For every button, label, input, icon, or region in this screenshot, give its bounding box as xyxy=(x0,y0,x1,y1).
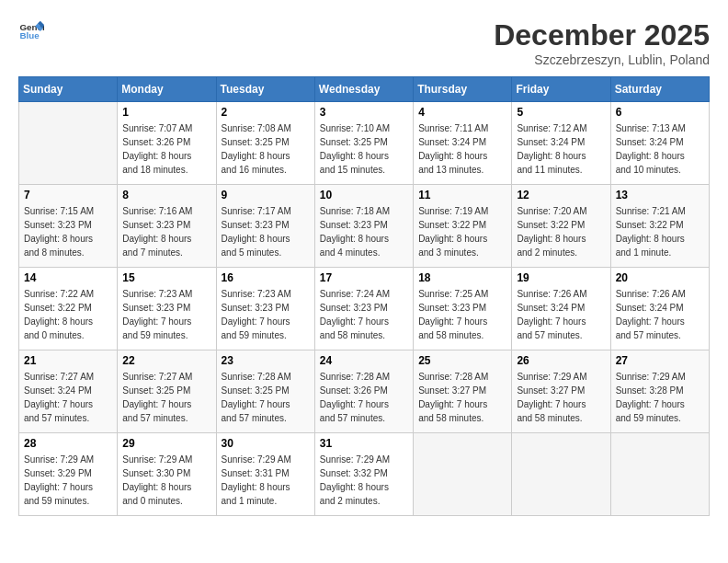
calendar-cell: 18Sunrise: 7:25 AM Sunset: 3:23 PM Dayli… xyxy=(414,268,512,350)
calendar-cell: 22Sunrise: 7:27 AM Sunset: 3:25 PM Dayli… xyxy=(118,350,216,433)
day-info: Sunrise: 7:19 AM Sunset: 3:22 PM Dayligh… xyxy=(418,204,506,259)
day-info: Sunrise: 7:22 AM Sunset: 3:22 PM Dayligh… xyxy=(24,287,112,342)
title-block: December 2025 Szczebrzeszyn, Lublin, Pol… xyxy=(494,18,710,67)
day-number: 8 xyxy=(122,189,210,201)
calendar-cell xyxy=(414,433,512,516)
calendar-cell: 2Sunrise: 7:08 AM Sunset: 3:25 PM Daylig… xyxy=(216,102,314,185)
calendar-header-monday: Monday xyxy=(118,77,216,102)
day-info: Sunrise: 7:29 AM Sunset: 3:31 PM Dayligh… xyxy=(222,453,310,508)
day-info: Sunrise: 7:28 AM Sunset: 3:26 PM Dayligh… xyxy=(320,370,408,425)
day-number: 29 xyxy=(122,437,210,450)
calendar-cell: 10Sunrise: 7:18 AM Sunset: 3:23 PM Dayli… xyxy=(314,185,413,268)
calendar-cell: 23Sunrise: 7:28 AM Sunset: 3:25 PM Dayli… xyxy=(216,350,314,433)
calendar-cell xyxy=(512,433,610,516)
day-info: Sunrise: 7:29 AM Sunset: 3:29 PM Dayligh… xyxy=(24,453,112,508)
month-title: December 2025 xyxy=(494,18,710,52)
day-number: 3 xyxy=(320,106,408,119)
svg-text:Blue: Blue xyxy=(19,30,40,40)
calendar-header-tuesday: Tuesday xyxy=(216,77,314,102)
day-number: 28 xyxy=(24,437,112,450)
day-number: 27 xyxy=(616,354,704,367)
calendar-header-saturday: Saturday xyxy=(610,77,709,102)
day-number: 30 xyxy=(222,437,310,450)
calendar-cell: 6Sunrise: 7:13 AM Sunset: 3:24 PM Daylig… xyxy=(610,102,709,185)
day-number: 26 xyxy=(517,354,605,367)
calendar-cell: 12Sunrise: 7:20 AM Sunset: 3:22 PM Dayli… xyxy=(512,185,610,268)
day-info: Sunrise: 7:27 AM Sunset: 3:25 PM Dayligh… xyxy=(122,370,210,425)
day-info: Sunrise: 7:18 AM Sunset: 3:23 PM Dayligh… xyxy=(320,204,408,259)
calendar-header-thursday: Thursday xyxy=(414,77,512,102)
calendar-cell: 16Sunrise: 7:23 AM Sunset: 3:23 PM Dayli… xyxy=(216,268,314,350)
day-number: 16 xyxy=(222,271,310,284)
day-info: Sunrise: 7:27 AM Sunset: 3:24 PM Dayligh… xyxy=(24,370,112,425)
calendar-cell: 27Sunrise: 7:29 AM Sunset: 3:28 PM Dayli… xyxy=(610,350,709,433)
calendar-cell: 24Sunrise: 7:28 AM Sunset: 3:26 PM Dayli… xyxy=(314,350,413,433)
day-info: Sunrise: 7:15 AM Sunset: 3:23 PM Dayligh… xyxy=(24,204,112,259)
page-header: General Blue December 2025 Szczebrzeszyn… xyxy=(18,18,710,67)
day-info: Sunrise: 7:21 AM Sunset: 3:22 PM Dayligh… xyxy=(616,204,704,259)
day-info: Sunrise: 7:26 AM Sunset: 3:24 PM Dayligh… xyxy=(616,287,704,342)
calendar-cell: 14Sunrise: 7:22 AM Sunset: 3:22 PM Dayli… xyxy=(19,268,118,350)
calendar-cell: 28Sunrise: 7:29 AM Sunset: 3:29 PM Dayli… xyxy=(19,433,118,516)
day-number: 18 xyxy=(418,271,506,284)
day-number: 21 xyxy=(24,354,112,367)
day-number: 6 xyxy=(616,106,704,119)
day-number: 7 xyxy=(24,189,112,201)
day-number: 11 xyxy=(418,189,506,201)
day-info: Sunrise: 7:29 AM Sunset: 3:32 PM Dayligh… xyxy=(320,453,408,508)
day-info: Sunrise: 7:24 AM Sunset: 3:23 PM Dayligh… xyxy=(320,287,408,342)
calendar-header-row: SundayMondayTuesdayWednesdayThursdayFrid… xyxy=(19,77,710,102)
calendar-week-row: 1Sunrise: 7:07 AM Sunset: 3:26 PM Daylig… xyxy=(19,102,710,185)
day-number: 22 xyxy=(122,354,210,367)
day-info: Sunrise: 7:07 AM Sunset: 3:26 PM Dayligh… xyxy=(122,121,210,177)
day-number: 13 xyxy=(616,189,704,201)
calendar-header-sunday: Sunday xyxy=(19,77,118,102)
day-info: Sunrise: 7:16 AM Sunset: 3:23 PM Dayligh… xyxy=(122,204,210,259)
day-number: 5 xyxy=(517,106,605,119)
day-number: 9 xyxy=(222,189,310,201)
calendar-cell: 9Sunrise: 7:17 AM Sunset: 3:23 PM Daylig… xyxy=(216,185,314,268)
day-number: 2 xyxy=(222,106,310,119)
day-number: 19 xyxy=(517,271,605,284)
calendar-cell: 11Sunrise: 7:19 AM Sunset: 3:22 PM Dayli… xyxy=(414,185,512,268)
calendar-cell: 15Sunrise: 7:23 AM Sunset: 3:23 PM Dayli… xyxy=(118,268,216,350)
calendar-header-wednesday: Wednesday xyxy=(314,77,413,102)
calendar-cell xyxy=(610,433,709,516)
logo: General Blue xyxy=(18,18,44,44)
day-info: Sunrise: 7:26 AM Sunset: 3:24 PM Dayligh… xyxy=(517,287,605,342)
day-info: Sunrise: 7:28 AM Sunset: 3:25 PM Dayligh… xyxy=(222,370,310,425)
calendar-cell: 25Sunrise: 7:28 AM Sunset: 3:27 PM Dayli… xyxy=(414,350,512,433)
calendar-cell: 29Sunrise: 7:29 AM Sunset: 3:30 PM Dayli… xyxy=(118,433,216,516)
calendar-cell xyxy=(19,102,118,185)
day-number: 4 xyxy=(418,106,506,119)
calendar-cell: 8Sunrise: 7:16 AM Sunset: 3:23 PM Daylig… xyxy=(118,185,216,268)
calendar-cell: 1Sunrise: 7:07 AM Sunset: 3:26 PM Daylig… xyxy=(118,102,216,185)
day-number: 23 xyxy=(222,354,310,367)
day-number: 1 xyxy=(122,106,210,119)
calendar-table: SundayMondayTuesdayWednesdayThursdayFrid… xyxy=(18,76,710,516)
day-number: 12 xyxy=(517,189,605,201)
calendar-cell: 17Sunrise: 7:24 AM Sunset: 3:23 PM Dayli… xyxy=(314,268,413,350)
day-info: Sunrise: 7:29 AM Sunset: 3:30 PM Dayligh… xyxy=(122,453,210,508)
calendar-cell: 13Sunrise: 7:21 AM Sunset: 3:22 PM Dayli… xyxy=(610,185,709,268)
day-info: Sunrise: 7:13 AM Sunset: 3:24 PM Dayligh… xyxy=(616,121,704,177)
calendar-cell: 21Sunrise: 7:27 AM Sunset: 3:24 PM Dayli… xyxy=(19,350,118,433)
day-number: 31 xyxy=(320,437,408,450)
day-number: 15 xyxy=(122,271,210,284)
calendar-week-row: 21Sunrise: 7:27 AM Sunset: 3:24 PM Dayli… xyxy=(19,350,710,433)
calendar-week-row: 14Sunrise: 7:22 AM Sunset: 3:22 PM Dayli… xyxy=(19,268,710,350)
calendar-cell: 31Sunrise: 7:29 AM Sunset: 3:32 PM Dayli… xyxy=(314,433,413,516)
day-info: Sunrise: 7:10 AM Sunset: 3:25 PM Dayligh… xyxy=(320,121,408,177)
day-number: 14 xyxy=(24,271,112,284)
calendar-cell: 5Sunrise: 7:12 AM Sunset: 3:24 PM Daylig… xyxy=(512,102,610,185)
day-number: 24 xyxy=(320,354,408,367)
calendar-cell: 7Sunrise: 7:15 AM Sunset: 3:23 PM Daylig… xyxy=(19,185,118,268)
day-number: 17 xyxy=(320,271,408,284)
calendar-week-row: 28Sunrise: 7:29 AM Sunset: 3:29 PM Dayli… xyxy=(19,433,710,516)
calendar-cell: 4Sunrise: 7:11 AM Sunset: 3:24 PM Daylig… xyxy=(414,102,512,185)
day-number: 10 xyxy=(320,189,408,201)
day-info: Sunrise: 7:29 AM Sunset: 3:27 PM Dayligh… xyxy=(517,370,605,425)
logo-icon: General Blue xyxy=(18,18,44,44)
calendar-header-friday: Friday xyxy=(512,77,610,102)
day-info: Sunrise: 7:23 AM Sunset: 3:23 PM Dayligh… xyxy=(222,287,310,342)
